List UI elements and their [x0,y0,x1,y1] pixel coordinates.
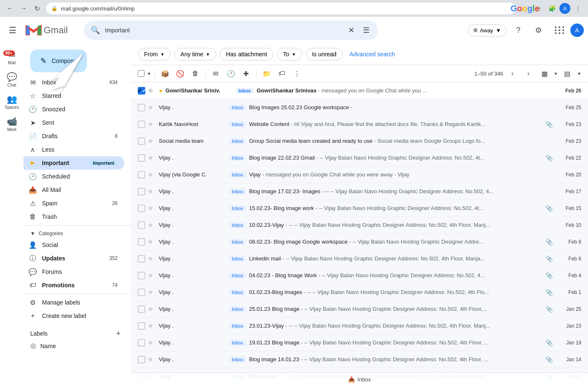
search-options-icon[interactable]: ☰ [361,24,371,37]
email-row[interactable]: ★ Vijay (via Google C. Inbox Vijay - mes… [131,166,588,183]
filter-from-button[interactable]: From ▼ [138,48,171,60]
sidebar-item-less[interactable]: ∧ Less [24,143,124,156]
compose-button[interactable]: ✎ Compose [30,50,87,72]
star-button[interactable]: ★ [145,186,155,197]
star-button[interactable]: ★ [145,153,155,163]
star-button[interactable]: ★ [145,136,155,146]
email-row[interactable]: ★ Vijay . Inbox Blog Images 25.02.23 Goo… [131,99,588,116]
star-button[interactable]: ★ [145,220,155,230]
star-button[interactable]: ★ [145,102,155,113]
pagination-prev-button[interactable]: ‹ [506,67,519,80]
star-button[interactable]: ★ [145,270,155,281]
email-checkbox[interactable] [138,221,145,229]
sidebar-item-forums[interactable]: 💬 Forums [24,265,124,278]
delete-button[interactable]: 🗑 [189,67,202,80]
star-button[interactable]: ★ [145,304,155,314]
filter-unread-button[interactable]: Is unread [306,48,343,60]
sidebar-item-social[interactable]: 👤 Social [24,238,124,252]
settings-density-button[interactable]: ▤ [560,67,574,80]
star-button[interactable]: ★ [145,237,155,247]
search-icon[interactable]: 🔍 [91,26,100,35]
settings-button[interactable]: ⚙ [530,22,547,39]
search-bar[interactable]: 🔍 ✕ ☰ [84,21,378,40]
more-actions-button[interactable]: ⋮ [290,67,304,80]
sidebar-item-drafts[interactable]: 📄 Drafts 8 [24,129,124,143]
sidebar-item-starred[interactable]: ☆ Starred [24,89,124,102]
email-checkbox[interactable] [138,171,145,179]
email-row[interactable]: ★ Vijay . Inbox 23.01.23-Vijay - -- -- V… [131,318,588,334]
mark-read-button[interactable]: ✉ [209,67,223,80]
report-spam-button[interactable]: 🚫 [173,67,187,80]
address-bar[interactable]: 🔒 mail.google.com/mail/u/0/#imp [46,3,516,14]
star-button[interactable]: ★ [145,119,155,129]
sidebar-item-updates[interactable]: ⓘ Updates 352 [24,252,124,265]
email-row[interactable]: ★ Vijay . Inbox 25.01.23 Blog Image - --… [131,301,588,318]
email-row[interactable]: ★ Vijay . Inbox 01.02.23-Blog images - -… [131,284,588,301]
advanced-search-link[interactable]: Advanced search [349,51,395,58]
email-row[interactable]: ★ Vijay . Inbox Blog image 14.01.23 - --… [131,351,588,368]
star-button[interactable]: ★ [145,203,155,213]
email-row[interactable]: ★ Vijay . Inbox 19.01.23 Blog Image - --… [131,334,588,351]
star-button[interactable]: ★ [145,86,155,96]
email-checkbox[interactable] [138,339,145,347]
extensions-button[interactable]: 🧩 [546,3,558,14]
filter-attachment-button[interactable]: Has attachment [220,48,273,60]
email-checkbox[interactable] [138,322,145,330]
sidebar-item-inbox[interactable]: ✉ Inbox 434 [24,76,124,89]
filter-to-button[interactable]: To ▼ [277,48,302,60]
back-button[interactable]: ← [4,3,16,14]
add-task-button[interactable]: ✚ [239,67,253,80]
menu-button[interactable]: ☰ [4,22,21,39]
star-button[interactable]: ★ [145,321,155,331]
density-dropdown-arrow[interactable]: ▼ [577,71,581,76]
bookmark-star-button[interactable]: ☆ [533,3,544,14]
select-dropdown-arrow[interactable]: ▼ [147,71,151,76]
star-button[interactable]: ★ [145,354,155,365]
nav-item-spaces[interactable]: 👥 Spaces [0,91,24,113]
move-to-button[interactable]: 📁 [260,67,273,80]
email-checkbox[interactable] [138,104,145,111]
select-all-input[interactable] [138,70,144,77]
pagination-next-button[interactable]: › [522,67,535,80]
nav-item-mail[interactable]: ✉ 99+ Mail [0,46,24,68]
email-row[interactable]: ★ Vijay . Inbox 15.02.23- Blog image wor… [131,200,588,217]
email-row[interactable]: ★ Vijay . Inbox Blog image 17.02.23- Ima… [131,183,588,200]
email-checkbox[interactable] [138,188,145,195]
g-logo-button[interactable]: Google [519,3,531,14]
sidebar-item-scheduled[interactable]: 🕑 Scheduled [24,170,124,183]
email-row[interactable]: ★ Vijay . Inbox Linkedin mail - -- Vijay… [131,250,588,267]
select-all-checkbox[interactable] [138,70,144,77]
email-checkbox[interactable] [138,356,145,363]
apps-button[interactable] [550,22,567,39]
browser-profile-avatar[interactable]: A [559,3,570,14]
star-button[interactable]: ★ [145,338,155,348]
email-row[interactable]: ★ Kartik NavoHost Inbox Website Content … [131,116,588,133]
email-checkbox[interactable] [138,238,145,246]
email-checkbox[interactable] [138,305,145,313]
forward-button[interactable]: → [18,3,29,14]
email-checkbox[interactable] [138,137,145,145]
email-row[interactable]: ★ Social media team Inbox Group Social m… [131,133,588,150]
view-split-button[interactable]: ▦ [538,67,551,80]
email-checkbox[interactable] [138,289,145,296]
star-button[interactable]: ★ [145,170,155,180]
sidebar-item-create-label[interactable]: + Create new label [24,309,124,323]
help-button[interactable]: ? [510,22,527,39]
search-clear-icon[interactable]: ✕ [346,24,356,37]
status-button[interactable]: Away ▼ [468,24,507,37]
refresh-button[interactable]: ↻ [31,3,43,14]
email-checkbox[interactable]: ✓ [138,87,145,95]
email-checkbox[interactable] [138,205,145,212]
email-checkbox[interactable] [138,255,145,263]
email-row[interactable]: ✓ ★ ► GowriShankar Sriniv. Inbox GowriSh… [131,82,588,99]
nav-item-chat[interactable]: 💬 Chat [0,68,24,91]
view-dropdown-arrow[interactable]: ▼ [554,71,558,76]
email-row[interactable]: ★ Vijay . Inbox 10.02.23-Vijay - -- -- V… [131,217,588,234]
sidebar-item-snoozed[interactable]: 🕐 Snoozed [24,102,124,116]
email-row[interactable]: ★ Vijay . Inbox 04.02.23 - Blog Image Wo… [131,267,588,284]
more-options-button[interactable]: ⋮ [572,3,584,14]
email-checkbox[interactable] [138,154,145,162]
categories-expand-icon[interactable]: ▼ [30,231,35,236]
sidebar-item-sent[interactable]: ➤ Sent [24,116,124,129]
sidebar-item-manage-labels[interactable]: ⚙ Manage labels [24,296,124,309]
